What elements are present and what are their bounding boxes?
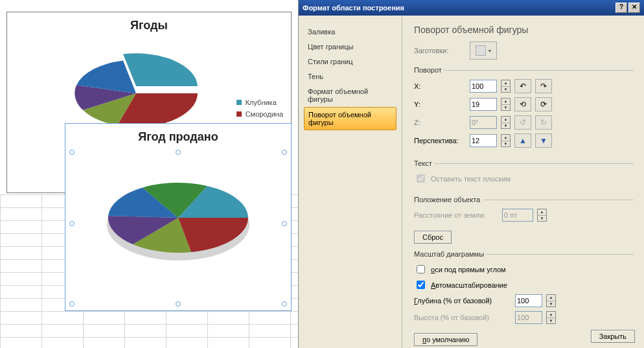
default-button[interactable]: по умолчанию	[414, 333, 477, 346]
perspective-input[interactable]	[470, 134, 497, 147]
selection-handle[interactable]	[69, 150, 75, 155]
distance-label: Расстояние от земли:	[414, 211, 498, 219]
height-spinner[interactable]: ▲▼	[546, 311, 556, 324]
rotate-cw-z-icon: ↻	[535, 115, 552, 130]
reset-button[interactable]: Сброс	[414, 231, 452, 244]
rotation-legend: Поворот	[414, 66, 444, 74]
close-button[interactable]: Закрыть	[591, 330, 635, 343]
depth-label: Глубина (% от базовой)	[414, 297, 511, 305]
perspective-down-icon[interactable]: ▼	[535, 133, 552, 148]
y-input[interactable]	[470, 98, 497, 111]
chart-scale-group: Масштаб диаграммы оси под прямым углом А…	[414, 250, 634, 329]
distance-input	[502, 209, 533, 222]
y-spinner[interactable]: ▲▼	[501, 98, 511, 111]
z-input	[470, 116, 497, 129]
scale-legend: Масштаб диаграммы	[414, 250, 487, 258]
nav-3d-format[interactable]: Формат объемной фигуры	[304, 84, 397, 106]
text-group: Текст Оставить текст плоским	[414, 159, 634, 189]
depth-spinner[interactable]: ▲▼	[546, 294, 556, 307]
chart-sold[interactable]: Ягод продано	[65, 123, 292, 311]
keep-text-flat-label: Оставить текст плоским	[431, 175, 511, 183]
dialog-content: Поворот объемной фигуры Заготовки: Повор…	[402, 16, 644, 348]
nav-border-styles[interactable]: Стили границ	[304, 54, 397, 69]
x-label: X:	[414, 82, 466, 90]
distance-spinner[interactable]: ▲▼	[537, 209, 547, 222]
selection-handle[interactable]	[282, 301, 287, 307]
keep-text-flat-checkbox	[417, 174, 425, 183]
format-plot-area-dialog: Формат области построения ? ✕ Заливка Цв…	[298, 0, 644, 348]
right-angle-axes-checkbox[interactable]	[417, 265, 425, 273]
pie-chart-2	[81, 146, 275, 276]
chart2-title: Ягод продано	[65, 124, 291, 146]
nav-3d-rotation[interactable]: Поворот объемной фигуры	[304, 107, 397, 130]
selection-handle[interactable]	[176, 301, 181, 307]
chart1-title: Ягоды	[7, 12, 291, 35]
perspective-up-icon[interactable]: ▲	[514, 133, 531, 148]
perspective-label: Перспектива:	[414, 137, 466, 145]
rotate-up-y-icon[interactable]: ⟲	[514, 97, 531, 111]
height-label: Высота (% от базовой)	[414, 314, 511, 321]
height-input	[515, 311, 542, 324]
dialog-nav: Заливка Цвет границы Стили границ Тень Ф…	[299, 16, 402, 348]
cube-icon	[476, 45, 486, 56]
object-position-group: Положение объекта Расстояние от земли: ▲…	[414, 196, 634, 227]
nav-shadow[interactable]: Тень	[304, 69, 397, 84]
legend-item: Клубника	[236, 97, 283, 108]
content-heading: Поворот объемной фигуры	[414, 25, 634, 35]
selection-handle[interactable]	[282, 150, 287, 155]
depth-input[interactable]	[515, 294, 542, 307]
autoscale-label: Автомасштабирование	[431, 281, 507, 289]
legend-item: Смородина	[236, 108, 283, 120]
z-spinner[interactable]: ▲▼	[501, 116, 511, 129]
help-button[interactable]: ?	[615, 3, 627, 13]
selection-handle[interactable]	[282, 221, 287, 226]
rotate-ccw-z-icon: ↺	[514, 115, 531, 130]
nav-border-color[interactable]: Цвет границы	[304, 40, 397, 54]
nav-fill[interactable]: Заливка	[304, 25, 397, 39]
text-legend: Текст	[414, 159, 435, 167]
selection-handle[interactable]	[69, 221, 75, 226]
perspective-spinner[interactable]: ▲▼	[501, 134, 511, 147]
rotate-left-x-icon[interactable]: ↶	[514, 79, 531, 93]
selection-handle[interactable]	[176, 150, 181, 155]
selection-handle[interactable]	[69, 301, 75, 307]
presets-label: Заготовки:	[414, 47, 466, 54]
autoscale-checkbox[interactable]	[417, 281, 425, 289]
legend-label: Смородина	[246, 108, 283, 120]
close-x-button[interactable]: ✕	[628, 3, 640, 13]
rotate-down-y-icon[interactable]: ⟳	[535, 97, 552, 111]
y-label: Y:	[414, 100, 466, 108]
presets-dropdown[interactable]	[470, 41, 497, 60]
object-pos-legend: Положение объекта	[414, 196, 483, 203]
rotation-group: Поворот X: ▲▼ ↶ ↷ Y: ▲▼ ⟲ ⟳ Z:	[414, 66, 634, 153]
legend-label: Клубника	[246, 97, 277, 108]
x-input[interactable]	[470, 80, 497, 93]
dialog-title: Формат области построения	[303, 4, 404, 12]
rotate-right-x-icon[interactable]: ↷	[535, 79, 552, 93]
right-angle-label: оси под прямым углом	[431, 266, 506, 273]
dialog-titlebar[interactable]: Формат области построения ? ✕	[299, 0, 644, 16]
z-label: Z:	[414, 119, 466, 126]
x-spinner[interactable]: ▲▼	[501, 80, 511, 93]
spreadsheet-area: Ягоды Клубника Смородина Вишня Ягод прод…	[0, 0, 298, 348]
